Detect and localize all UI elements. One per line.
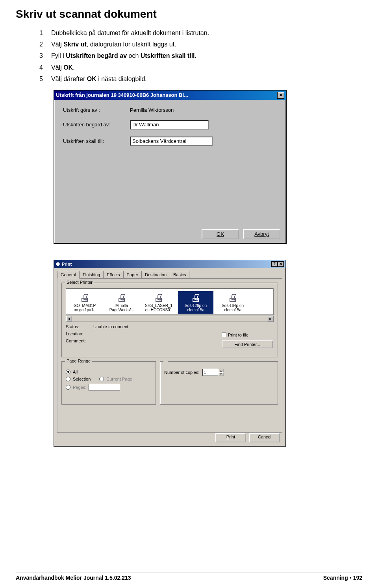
- step-text: Dubbelklicka på datumet för aktuellt dok…: [51, 28, 209, 38]
- system-print-dialog: Print ? ✕ General Finishing Effects Pape…: [54, 260, 286, 447]
- group-title: Select Printer: [65, 280, 94, 285]
- horizontal-scrollbar[interactable]: ◄►: [66, 316, 274, 322]
- spin-down-icon[interactable]: ▼: [218, 372, 224, 376]
- step-text: Välj OK.: [51, 62, 75, 73]
- radio-pages[interactable]: [66, 385, 70, 390]
- copies-spinner[interactable]: ▲▼: [202, 369, 224, 376]
- printer-icon: 🖨: [178, 292, 213, 303]
- step-number: 4: [39, 62, 46, 73]
- printer-item[interactable]: 🖨 Sol0164p on elema15a: [215, 291, 250, 314]
- step-text: Välj Skriv ut, dialogrutan för utskrift …: [51, 39, 176, 50]
- tab-effects[interactable]: Effects: [103, 271, 123, 279]
- printer-icon: [56, 262, 60, 266]
- svg-rect-2: [57, 264, 59, 266]
- radio-pages-label: Pages:: [73, 385, 86, 390]
- step-3: 3 Fyll i Utskriften begärd av och Utskri…: [39, 50, 362, 61]
- radio-current-page: [99, 377, 104, 381]
- titlebar[interactable]: Print ? ✕: [54, 260, 285, 268]
- printer-icon: 🖨: [215, 292, 250, 303]
- print-to-file-checkbox[interactable]: Print to file: [222, 333, 273, 337]
- spin-up-icon[interactable]: ▲: [218, 369, 224, 372]
- checkbox-icon[interactable]: [222, 333, 226, 337]
- printer-icon: 🖨: [141, 292, 176, 303]
- pages-input: [89, 384, 120, 391]
- input-requested-by[interactable]: [130, 120, 209, 129]
- value-printed-by: Pernilla Wiktorsson: [130, 107, 174, 113]
- copies-input[interactable]: [202, 369, 218, 376]
- radio-icon[interactable]: [66, 370, 70, 374]
- step-4: 4 Välj OK.: [39, 62, 362, 73]
- step-number: 3: [39, 50, 46, 61]
- print-button[interactable]: Print: [215, 433, 246, 442]
- step-number: 1: [39, 28, 46, 38]
- select-printer-group: Select Printer 🖨 GOTMM01P on got1pa1a 🖨 …: [61, 283, 278, 357]
- cancel-button[interactable]: Cancel: [249, 433, 280, 442]
- tab-paper[interactable]: Paper: [123, 271, 142, 279]
- print-request-dialog: Utskrift från journalen 19 340910-00B6 J…: [54, 90, 287, 244]
- step-2: 2 Välj Skriv ut, dialogrutan för utskrif…: [39, 39, 362, 50]
- scroll-left-icon[interactable]: ◄: [66, 316, 72, 322]
- printer-item[interactable]: 🖨 GOTMM01P on got1pa1a: [67, 291, 102, 314]
- label-printed-by: Utskrift görs av :: [63, 107, 130, 113]
- help-icon[interactable]: ?: [271, 261, 278, 267]
- dialog-title: Utskrift från journalen 19 340910-00B6 J…: [56, 92, 277, 98]
- tab-general[interactable]: General: [57, 271, 80, 279]
- instruction-list: 1 Dubbelklicka på datumet för aktuellt d…: [16, 28, 362, 84]
- printer-item[interactable]: 🖨 SHS_LASER_1 on HCCONS01: [141, 291, 176, 314]
- group-title: Page Range: [65, 359, 92, 363]
- printer-item-selected[interactable]: 🖨 Sol0126p on elema15a: [178, 291, 213, 314]
- find-printer-button[interactable]: Find Printer...: [222, 340, 273, 348]
- printer-icon: 🖨: [104, 292, 139, 303]
- tab-destination[interactable]: Destination: [141, 271, 170, 279]
- scroll-right-icon[interactable]: ►: [268, 316, 273, 322]
- copies-label: Number of copies:: [164, 370, 199, 375]
- input-print-to[interactable]: [130, 137, 213, 146]
- label-print-to: Utskriften skall till:: [63, 138, 130, 144]
- svg-rect-1: [57, 262, 59, 263]
- printer-list[interactable]: 🖨 GOTMM01P on got1pa1a 🖨 Minolta PageWor…: [66, 288, 274, 315]
- printer-item[interactable]: 🖨 Minolta PageWorks/...: [104, 291, 139, 314]
- radio-current-label: Current Page: [106, 377, 132, 381]
- radio-selection[interactable]: [66, 377, 70, 381]
- titlebar[interactable]: Utskrift från journalen 19 340910-00B6 J…: [54, 91, 286, 100]
- step-5: 5 Välj därefter OK i nästa dialogbild.: [39, 74, 362, 84]
- page-range-group: Page Range All Selection Current Page Pa…: [61, 361, 156, 405]
- comment-label: Comment:: [66, 338, 93, 343]
- radio-all[interactable]: All: [66, 370, 152, 374]
- step-text: Fyll i Utskriften begärd av och Utskrift…: [51, 50, 196, 61]
- step-number: 5: [39, 74, 46, 84]
- close-icon[interactable]: ✕: [278, 261, 284, 267]
- step-1: 1 Dubbelklicka på datumet för aktuellt d…: [39, 28, 362, 38]
- tab-strip: General Finishing Effects Paper Destinat…: [54, 270, 285, 278]
- step-text: Välj därefter OK i nästa dialogbild.: [51, 74, 147, 84]
- page-footer: Användarhandbok Melior Journal 1.5.02.21…: [16, 573, 362, 581]
- tab-panel: Select Printer 🖨 GOTMM01P on got1pa1a 🖨 …: [57, 278, 282, 433]
- status-label: Status:: [66, 324, 93, 329]
- page-title: Skriv ut scannat dokument: [16, 8, 362, 20]
- radio-selection-label: Selection: [73, 377, 91, 381]
- location-label: Location:: [66, 331, 93, 336]
- dialog-title: Print: [56, 262, 271, 266]
- ok-button[interactable]: OK: [202, 229, 239, 239]
- copies-group: . Number of copies: ▲▼: [160, 361, 278, 405]
- tab-basics[interactable]: Basics: [170, 271, 189, 279]
- tab-finishing[interactable]: Finishing: [79, 271, 104, 279]
- label-requested-by: Utskriften begärd av:: [63, 122, 130, 128]
- printer-icon: 🖨: [67, 292, 102, 303]
- status-value: Unable to connect: [93, 324, 128, 329]
- footer-right: Scanning•192: [323, 575, 362, 581]
- step-number: 2: [39, 39, 46, 50]
- cancel-button[interactable]: Avbryt: [243, 229, 280, 239]
- footer-left: Användarhandbok Melior Journal 1.5.02.21…: [16, 575, 131, 581]
- close-icon[interactable]: ✕: [277, 92, 284, 99]
